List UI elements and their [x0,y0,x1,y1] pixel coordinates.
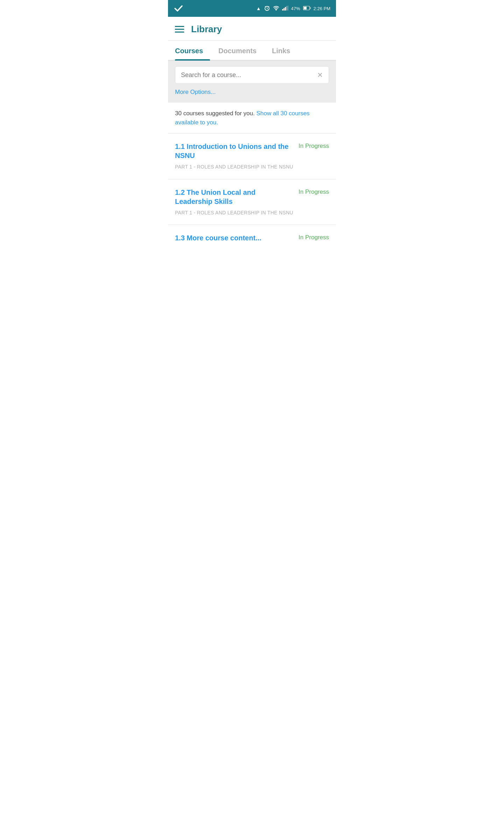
course-item[interactable]: 1.2 The Union Local and Leadership Skill… [168,179,336,225]
bluetooth-icon: ▲ [256,6,261,11]
status-bar: ▲ [168,0,336,17]
course-subtitle: PART 1 - ROLES AND LEADERSHIP IN THE NSN… [175,164,329,171]
course-title[interactable]: 1.1 Introduction to Unions and the NSNU [175,142,293,160]
tab-courses[interactable]: Courses [175,41,210,60]
status-bar-right: ▲ [256,5,330,12]
content-area: 30 courses suggested for you. Show all 3… [168,103,336,250]
course-title[interactable]: 1.3 More course content... [175,233,293,242]
header: Library [168,17,336,41]
svg-rect-8 [288,6,288,11]
search-box: ✕ [175,66,329,84]
battery-percent: 47% [291,6,300,11]
search-input[interactable] [181,71,317,79]
tab-bar: Courses Documents Links [168,41,336,61]
svg-rect-6 [285,7,286,11]
svg-rect-10 [304,7,307,9]
course-header: 1.2 The Union Local and Leadership Skill… [175,188,329,206]
battery-icon [303,6,311,11]
course-status: In Progress [299,188,329,195]
course-title[interactable]: 1.2 The Union Local and Leadership Skill… [175,188,293,206]
course-subtitle: PART 1 - ROLES AND LEADERSHIP IN THE NSN… [175,210,329,217]
course-item[interactable]: 1.3 More course content... In Progress [168,225,336,250]
tab-links[interactable]: Links [272,41,297,60]
signal-icon [282,6,288,12]
app-logo-icon [174,4,183,13]
suggested-count-text: 30 courses suggested for you. [175,110,255,117]
course-header: 1.1 Introduction to Unions and the NSNU … [175,142,329,160]
available-link[interactable]: available to you. [175,119,218,126]
course-status: In Progress [299,233,329,241]
svg-line-2 [267,8,268,9]
svg-rect-5 [284,8,285,11]
course-item[interactable]: 1.1 Introduction to Unions and the NSNU … [168,133,336,179]
course-header: 1.3 More course content... In Progress [175,233,329,242]
svg-point-3 [275,9,276,11]
tab-documents[interactable]: Documents [218,41,264,60]
suggested-text: 30 courses suggested for you. Show all 3… [168,103,336,133]
clear-search-icon[interactable]: ✕ [317,71,323,79]
alarm-icon [264,5,270,12]
status-time: 2:26 PM [314,6,330,11]
more-options-button[interactable]: More Options... [175,89,329,96]
svg-rect-4 [282,9,283,11]
page-title: Library [191,24,222,35]
search-area: ✕ More Options... [168,61,336,103]
wifi-icon [273,6,279,12]
svg-rect-7 [286,6,287,11]
course-status: In Progress [299,142,329,150]
menu-button[interactable] [175,26,184,33]
status-bar-left [174,4,183,13]
show-all-link[interactable]: Show all 30 courses [256,110,309,117]
